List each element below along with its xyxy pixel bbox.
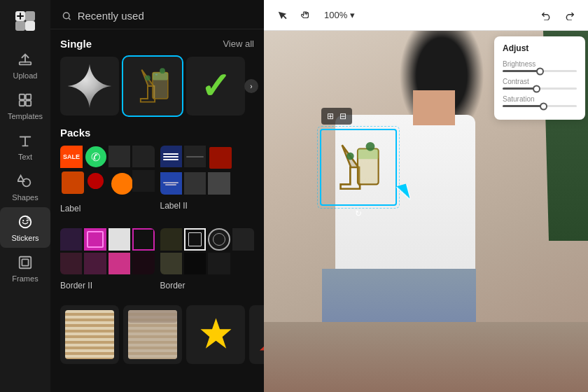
sticker-star[interactable]	[60, 57, 119, 115]
svg-rect-24	[155, 74, 158, 76]
pack-label-ii[interactable]: Label II	[160, 146, 255, 214]
app-logo	[11, 7, 39, 35]
pack-cell	[160, 146, 182, 167]
zoom-control[interactable]: 100% ▾	[320, 8, 359, 22]
panel-content: Single View all	[50, 29, 264, 392]
pack-cell	[232, 146, 254, 167]
person-neck	[413, 90, 455, 125]
stickers-icon	[16, 213, 34, 231]
sticker-texture[interactable]	[123, 305, 182, 364]
pack-cell	[108, 146, 130, 167]
saturation-slider[interactable]	[503, 105, 577, 107]
brightness-thumb[interactable]	[536, 67, 544, 75]
zoom-dropdown-icon: ▾	[350, 10, 355, 20]
svg-rect-38	[358, 149, 379, 160]
pack-cell: SALE	[60, 146, 83, 168]
saturation-label: Saturation	[503, 95, 577, 103]
redo-button[interactable]	[560, 6, 580, 25]
sticker-grid-button[interactable]: ⊟	[338, 110, 348, 122]
pack-cell	[184, 253, 206, 274]
pack-cell	[132, 228, 154, 250]
pack-cell	[84, 253, 106, 274]
svg-point-18	[63, 13, 69, 19]
stripes-svg	[65, 310, 114, 359]
pack-cell	[184, 228, 206, 250]
pack-cell	[208, 253, 230, 274]
pack-cell	[60, 253, 82, 274]
pack-cell	[208, 172, 230, 194]
sidebar-item-shapes[interactable]: Shapes	[0, 167, 50, 207]
brightness-slider[interactable]	[503, 70, 577, 72]
pack-cell	[108, 228, 130, 250]
pack-border[interactable]: Border	[160, 228, 255, 291]
adjust-panel-title: Adjust	[503, 43, 577, 53]
sidebar-item-upload[interactable]: Upload	[0, 45, 50, 85]
saturation-thumb[interactable]	[540, 102, 547, 110]
saturation-fill	[503, 105, 543, 107]
sticker-star2[interactable]	[186, 305, 245, 364]
single-section-title: Single	[60, 38, 92, 50]
contrast-slider[interactable]	[503, 88, 577, 90]
label-pack-grid: SALE ✆	[60, 146, 155, 197]
cocktail-svg	[125, 59, 180, 113]
sticker-crop-button[interactable]: ⊞	[326, 110, 335, 122]
svg-point-36	[346, 153, 354, 160]
pack-cell	[232, 253, 254, 274]
undo-button[interactable]	[536, 6, 556, 25]
svg-point-25	[160, 68, 165, 74]
svg-marker-32	[200, 318, 231, 349]
pack-border-ii[interactable]: Border II	[60, 228, 155, 291]
svg-rect-7	[20, 94, 24, 99]
canvas-sticker-selected[interactable]: ⊞ ⊟ ↻	[320, 129, 397, 206]
pack-cell	[132, 170, 154, 192]
pack-label[interactable]: SALE ✆ Label	[60, 146, 155, 214]
sidebar-item-stickers[interactable]: Stickers	[0, 207, 50, 248]
svg-rect-31	[128, 310, 177, 323]
border-ii-pack-name: Border II	[60, 281, 92, 290]
sticker-cocktail[interactable]	[123, 57, 182, 115]
sidebar-item-frames[interactable]: Frames	[0, 248, 50, 288]
chevron-right-button[interactable]: ›	[244, 79, 258, 93]
svg-rect-17	[22, 259, 28, 265]
star2-svg	[197, 315, 235, 354]
pack-cell	[184, 146, 206, 167]
stickers-panel: Single View all	[50, 0, 264, 392]
svg-marker-12	[18, 176, 24, 181]
cursor-tool-button[interactable]	[272, 6, 292, 25]
pack-cell	[184, 172, 206, 194]
canvas-cocktail-sticker	[321, 130, 396, 204]
svg-rect-23	[153, 73, 168, 80]
pack-cell	[209, 147, 231, 169]
sidebar-item-templates[interactable]: Templates	[0, 85, 50, 126]
contrast-fill	[503, 88, 536, 90]
texture-svg	[128, 310, 177, 359]
search-icon	[62, 10, 72, 22]
pack-cell	[132, 146, 154, 167]
view-all-single[interactable]: View all	[223, 38, 254, 49]
sticker-checkmark[interactable]: ✓	[186, 57, 245, 115]
contrast-thumb[interactable]	[533, 85, 540, 92]
label-pack-name: Label	[60, 204, 80, 214]
sidebar-item-stickers-label: Stickers	[11, 234, 38, 242]
sidebar: Upload Templates Text Shapes	[0, 0, 50, 392]
sticker-triangle[interactable]	[249, 305, 264, 364]
svg-rect-6	[20, 62, 31, 65]
zoom-level: 100%	[324, 10, 347, 20]
cursor-arrow	[396, 184, 410, 202]
svg-rect-9	[20, 101, 24, 106]
hand-tool-button[interactable]	[296, 6, 316, 25]
pack-cell	[232, 172, 254, 194]
sidebar-item-text-label: Text	[18, 153, 32, 161]
sidebar-item-frames-label: Frames	[12, 274, 38, 283]
rotate-handle[interactable]: ↻	[355, 209, 362, 218]
sticker-stripes[interactable]	[60, 305, 119, 364]
packs-row-labels: SALE ✆ Label	[60, 146, 254, 221]
hand-icon	[301, 10, 311, 20]
pack-cell	[232, 228, 254, 250]
search-input[interactable]	[78, 10, 253, 22]
pack-cell	[88, 173, 104, 189]
single-section-header: Single View all	[60, 38, 254, 50]
sidebar-item-templates-label: Templates	[8, 112, 43, 120]
svg-point-14	[22, 220, 24, 221]
sidebar-item-text[interactable]: Text	[0, 126, 50, 167]
